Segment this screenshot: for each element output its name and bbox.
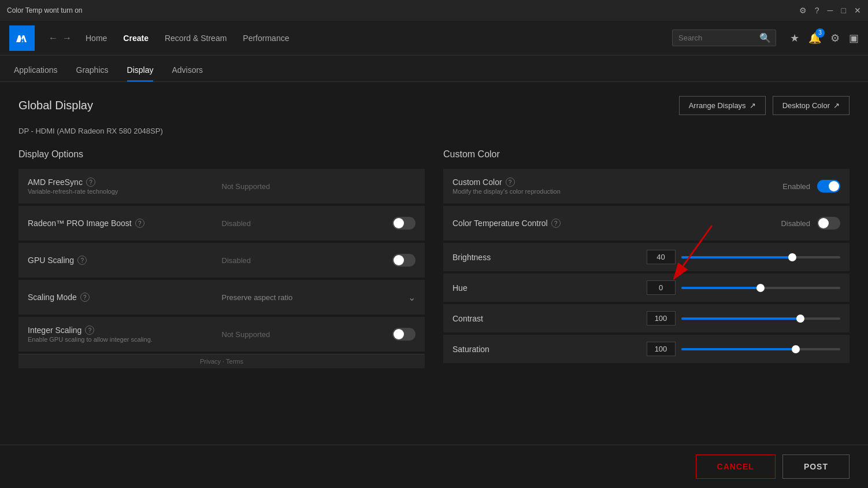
radeon-pro-image-boost-label: Radeon™ PRO Image Boost ? — [28, 219, 222, 228]
arrange-displays-label: Arrange Displays — [689, 101, 746, 110]
maximize-icon[interactable]: □ — [841, 6, 846, 15]
saturation-thumb — [792, 345, 800, 353]
nav-record-stream[interactable]: Record & Stream — [165, 34, 227, 43]
brightness-value[interactable] — [647, 250, 676, 264]
back-arrow-icon[interactable]: ← — [49, 33, 58, 43]
gear-icon[interactable]: ⚙ — [830, 32, 840, 45]
close-icon[interactable]: ✕ — [854, 6, 861, 15]
hue-value[interactable] — [647, 280, 676, 295]
arrange-displays-button[interactable]: Arrange Displays ↗ — [679, 96, 766, 115]
footer-actions: CANCEL POST — [0, 445, 868, 488]
nav-home[interactable]: Home — [86, 34, 107, 43]
chevron-down-icon: ⌄ — [408, 292, 416, 303]
arrange-displays-arrow-icon: ↗ — [750, 101, 756, 110]
integer-scaling-help-icon[interactable]: ? — [85, 326, 94, 335]
color-temp-label: Color Temperature Control ? — [452, 219, 647, 228]
scaling-mode-row: Scaling Mode ? Preserve aspect ratio ⌄ — [18, 280, 425, 315]
post-button[interactable]: POST — [782, 454, 850, 479]
title-bar-controls: ⚙ ? ─ □ ✕ — [799, 6, 861, 15]
star-icon[interactable]: ★ — [790, 32, 799, 45]
amd-freesync-row: AMD FreeSync ? Variable-refresh-rate tec… — [18, 169, 425, 204]
custom-color-row: Custom Color ? Modify the display's colo… — [443, 169, 850, 204]
search-box[interactable]: 🔍 — [672, 29, 776, 46]
search-input[interactable] — [678, 34, 759, 42]
saturation-track[interactable] — [681, 348, 841, 350]
gpu-scaling-row: GPU Scaling ? Disabled — [18, 243, 425, 278]
app-nav: Home Create Record & Stream Performance — [86, 34, 658, 43]
contrast-track[interactable] — [681, 317, 841, 320]
minimize-icon[interactable]: ─ — [828, 6, 833, 15]
subnav-applications[interactable]: Applications — [14, 65, 58, 82]
subnav-advisors[interactable]: Advisors — [172, 65, 203, 82]
contrast-value[interactable] — [647, 311, 676, 326]
nav-performance[interactable]: Performance — [243, 34, 289, 43]
hue-slider-row: Hue — [443, 273, 850, 302]
hue-label: Hue — [452, 283, 647, 293]
subnav-display[interactable]: Display — [127, 65, 154, 82]
custom-color-title: Custom Color — [443, 149, 850, 160]
display-options-col: Display Options AMD FreeSync ? Variable-… — [18, 149, 425, 368]
title-bar: Color Temp wont turn on ⚙ ? ─ □ ✕ — [0, 0, 868, 21]
settings-titlebar-icon[interactable]: ⚙ — [799, 6, 807, 15]
integer-scaling-toggle[interactable] — [392, 328, 416, 341]
radeon-pro-image-boost-toggle[interactable] — [392, 217, 416, 230]
notification-badge: 3 — [815, 28, 825, 38]
privacy-text: Privacy · Terms — [200, 358, 243, 365]
custom-color-toggle[interactable] — [817, 180, 840, 193]
display-label: DP - HDMI (AMD Radeon RX 580 2048SP) — [18, 127, 850, 135]
color-temp-value: Disabled — [781, 219, 810, 228]
brightness-label: Brightness — [452, 253, 647, 262]
hue-track[interactable] — [681, 287, 841, 289]
layout-icon[interactable]: ▣ — [849, 32, 859, 45]
sub-nav: Applications Graphics Display Advisors — [0, 56, 868, 82]
integer-scaling-sublabel: Enable GPU scaling to allow integer scal… — [28, 336, 222, 343]
contrast-label: Contrast — [452, 314, 647, 323]
search-icon: 🔍 — [759, 32, 771, 43]
integer-scaling-value: Not Supported — [222, 330, 270, 339]
custom-color-label: Custom Color ? — [452, 178, 647, 187]
subnav-graphics[interactable]: Graphics — [76, 65, 109, 82]
gpu-scaling-toggle[interactable] — [392, 254, 416, 267]
color-temp-help-icon[interactable]: ? — [551, 219, 561, 228]
color-temp-toggle[interactable] — [817, 217, 840, 230]
title-bar-text: Color Temp wont turn on — [7, 6, 83, 14]
cancel-button[interactable]: CANCEL — [696, 454, 776, 479]
app-bar-actions: ★ 🔔 3 ⚙ ▣ — [790, 32, 859, 45]
global-display-title: Global Display — [18, 99, 93, 112]
custom-color-col: Custom Color Custom Color ? Modify the d… — [443, 149, 850, 368]
desktop-color-button[interactable]: Desktop Color ↗ — [773, 96, 850, 115]
amd-freesync-label: AMD FreeSync ? — [28, 178, 222, 187]
scaling-mode-dropdown[interactable]: Preserve aspect ratio ⌄ — [222, 292, 416, 303]
saturation-slider-row: Saturation — [443, 335, 850, 363]
custom-color-help-icon[interactable]: ? — [506, 178, 515, 187]
saturation-value[interactable] — [647, 342, 676, 356]
hue-fill — [681, 287, 761, 289]
scaling-mode-help-icon[interactable]: ? — [80, 293, 90, 302]
app-bar: ← → Home Create Record & Stream Performa… — [0, 21, 868, 56]
scaling-mode-label: Scaling Mode ? — [28, 293, 222, 302]
custom-color-value: Enabled — [782, 182, 810, 191]
header-buttons: Arrange Displays ↗ Desktop Color ↗ — [679, 96, 850, 115]
saturation-fill — [681, 348, 796, 350]
amd-logo[interactable] — [9, 25, 35, 51]
notification-icon[interactable]: 🔔 3 — [808, 32, 821, 45]
radeon-pro-image-boost-value: Disabled — [222, 219, 251, 228]
saturation-control — [647, 342, 841, 356]
nav-create[interactable]: Create — [123, 34, 149, 43]
radeon-pro-image-boost-help-icon[interactable]: ? — [135, 219, 144, 228]
help-titlebar-icon[interactable]: ? — [815, 6, 819, 15]
gpu-scaling-help-icon[interactable]: ? — [77, 256, 87, 265]
brightness-track[interactable] — [681, 256, 841, 258]
gpu-scaling-value: Disabled — [222, 256, 251, 265]
brightness-control — [647, 250, 841, 264]
hue-thumb — [756, 284, 765, 292]
forward-arrow-icon[interactable]: → — [62, 33, 72, 43]
amd-freesync-help-icon[interactable]: ? — [86, 178, 95, 187]
privacy-bar: Privacy · Terms — [18, 354, 425, 368]
brightness-thumb — [788, 253, 796, 261]
display-options-title: Display Options — [18, 149, 425, 160]
contrast-slider-row: Contrast — [443, 304, 850, 332]
brightness-fill — [681, 256, 793, 258]
brightness-slider-row: Brightness — [443, 243, 850, 271]
scaling-mode-value: Preserve aspect ratio — [222, 293, 293, 302]
